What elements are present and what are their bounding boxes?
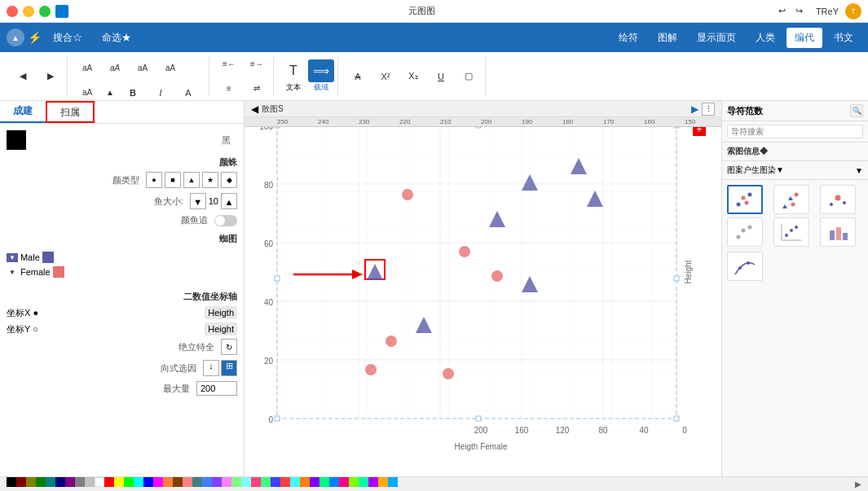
menu-symbol[interactable]: 绘符: [610, 28, 646, 48]
type-square[interactable]: ■: [165, 172, 181, 188]
subscript-btn[interactable]: X₂: [400, 65, 426, 88]
menu-book[interactable]: 书文: [826, 28, 861, 48]
palette-pink[interactable]: [222, 477, 231, 487]
collapse-icon[interactable]: ▼: [855, 166, 863, 175]
handle-bc[interactable]: [476, 416, 481, 421]
palette-darkviolet[interactable]: [310, 477, 319, 487]
palette-periwinkle[interactable]: [271, 477, 280, 487]
palette-rose[interactable]: [251, 477, 261, 487]
home-btn[interactable]: ▲: [7, 28, 24, 46]
chart-next[interactable]: ▶: [691, 103, 698, 115]
data-female-5[interactable]: [365, 364, 377, 375]
palette-magenta[interactable]: [153, 477, 163, 487]
palette-black[interactable]: [7, 477, 16, 487]
chart-type-5[interactable]: [773, 217, 809, 247]
palette-amber[interactable]: [378, 477, 388, 487]
menu-chart[interactable]: 图解: [650, 28, 685, 48]
handle-br[interactable]: [674, 416, 679, 421]
chart-prev[interactable]: ◀: [251, 103, 258, 115]
type-circle[interactable]: ●: [146, 172, 162, 188]
palette-turquoise[interactable]: [359, 477, 368, 487]
type-triangle[interactable]: ▲: [183, 172, 200, 188]
align-right[interactable]: ≡→: [244, 53, 270, 76]
handle-mr[interactable]: [674, 276, 679, 281]
size-down[interactable]: ▼: [190, 193, 206, 209]
data-female-3[interactable]: [491, 270, 503, 282]
palette-mint[interactable]: [261, 477, 271, 487]
palette-red[interactable]: [104, 477, 114, 487]
palette-stealteal[interactable]: [192, 477, 202, 487]
palette-blue[interactable]: [143, 477, 153, 487]
palette-purple[interactable]: [65, 477, 75, 487]
palette-dodger[interactable]: [329, 477, 339, 487]
palette-darkred[interactable]: [16, 477, 26, 487]
palette-navy[interactable]: [55, 477, 65, 487]
text-style-2[interactable]: aA: [102, 57, 128, 80]
palette-lightcyan[interactable]: [241, 477, 251, 487]
text-style-1[interactable]: aA: [74, 57, 100, 80]
toolbar-nav-back[interactable]: ◀: [10, 65, 36, 88]
chart-type-2[interactable]: [773, 185, 809, 214]
palette-blueviolet[interactable]: [368, 477, 378, 487]
menu-search[interactable]: 搜合☆: [45, 28, 90, 48]
strikethrough-btn[interactable]: A: [345, 65, 371, 88]
min-btn[interactable]: [23, 6, 34, 17]
superscript-btn[interactable]: X²: [372, 65, 399, 88]
palette-salmon[interactable]: [183, 477, 192, 487]
color-track-toggle[interactable]: [214, 215, 237, 226]
border-btn[interactable]: ▢: [456, 65, 482, 88]
palette-yellow[interactable]: [114, 477, 124, 487]
palette-tomato[interactable]: [280, 477, 290, 487]
handle-bl[interactable]: [275, 416, 280, 421]
palette-aqua[interactable]: [290, 477, 300, 487]
close-btn[interactable]: [7, 6, 18, 17]
palette-orange[interactable]: [163, 477, 173, 487]
size-up[interactable]: ▲: [221, 193, 237, 209]
palette-green[interactable]: [36, 477, 46, 487]
palette-teal[interactable]: [46, 477, 55, 487]
palette-hotpink[interactable]: [339, 477, 349, 487]
dir-chart[interactable]: ⊞: [221, 360, 237, 376]
data-female-1[interactable]: [402, 189, 413, 200]
palette-silver[interactable]: [85, 477, 95, 487]
quick-access[interactable]: ⚡: [28, 31, 42, 44]
arrow-mode-btn[interactable]: ⟹: [308, 59, 334, 82]
menu-view[interactable]: 显示面页: [689, 28, 744, 48]
menu-cmd[interactable]: 命选★: [94, 28, 139, 48]
chart-type-6[interactable]: [820, 217, 856, 247]
type-diamond[interactable]: ◆: [221, 172, 237, 188]
palette-olive[interactable]: [26, 477, 36, 487]
palette-brown[interactable]: [173, 477, 183, 487]
dir-down[interactable]: ↓: [203, 360, 219, 376]
align-left[interactable]: ≡←: [216, 53, 242, 76]
color-swatch[interactable]: [7, 130, 26, 150]
palette-chartreuse[interactable]: [349, 477, 359, 487]
chart-type-4[interactable]: [727, 217, 763, 247]
max-input[interactable]: [196, 381, 237, 396]
palette-more[interactable]: ▶: [855, 480, 861, 489]
sort-btn[interactable]: ↻: [221, 339, 237, 355]
text-style-4[interactable]: aA: [157, 57, 183, 80]
redo-btn[interactable]: ↪: [792, 4, 806, 18]
palette-lime[interactable]: [124, 477, 134, 487]
type-star[interactable]: ★: [202, 172, 218, 188]
data-female-6[interactable]: [443, 368, 454, 379]
underline-btn[interactable]: U: [428, 65, 454, 88]
data-female-4[interactable]: [386, 335, 397, 347]
palette-skyblue[interactable]: [388, 477, 398, 487]
menu-code[interactable]: 编代: [786, 28, 822, 48]
palette-darkorange[interactable]: [300, 477, 310, 487]
max-btn[interactable]: [39, 6, 51, 17]
legend-expand-male[interactable]: ▼: [7, 253, 18, 262]
chart-type-3[interactable]: [820, 185, 856, 214]
tab-scan[interactable]: 扫属: [46, 101, 95, 123]
palette-springgreen[interactable]: [319, 477, 329, 487]
text-wrap[interactable]: ⇌: [244, 77, 270, 100]
legend-expand-female[interactable]: ▼: [7, 268, 18, 277]
palette-white[interactable]: [95, 477, 104, 487]
user-avatar[interactable]: T: [845, 3, 861, 20]
chart-type-7[interactable]: [727, 252, 763, 281]
search-input[interactable]: [727, 125, 863, 138]
align-center[interactable]: ≡: [216, 77, 242, 100]
search-icon[interactable]: 🔍: [850, 104, 863, 117]
